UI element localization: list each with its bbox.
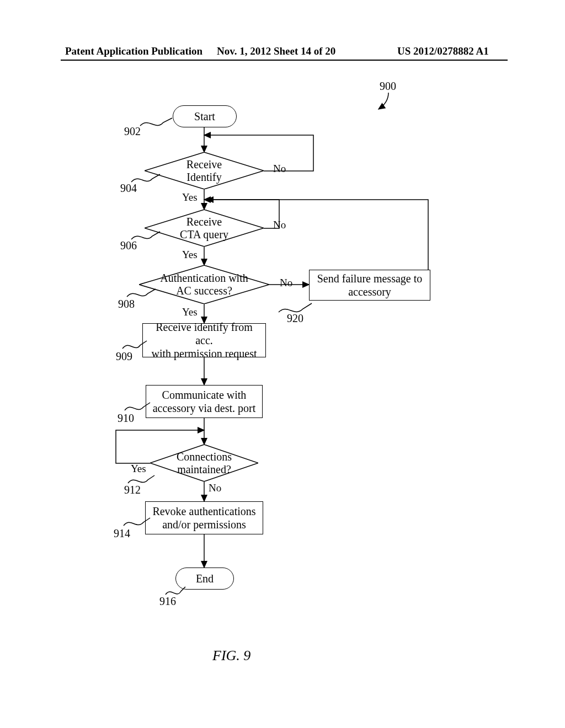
decision-908-label: Authentication with AC success? — [139, 265, 269, 304]
ref-914: 914 — [114, 527, 130, 540]
decision-906: Receive CTA query — [145, 210, 264, 247]
lead-902 — [139, 115, 174, 128]
ref-920: 920 — [287, 312, 303, 325]
ref-906: 906 — [120, 239, 137, 252]
figure-label: FIG. 9 — [212, 647, 250, 664]
edge-906-yes: Yes — [182, 249, 198, 261]
terminator-end-label: End — [196, 572, 214, 585]
process-920-label: Send failure message to accessory — [317, 272, 423, 298]
lead-914 — [122, 515, 152, 528]
process-914: Revoke authentications and/or permission… — [145, 501, 263, 534]
fig-callout-900: 900 — [380, 80, 396, 93]
lead-909 — [121, 338, 149, 351]
edge-912-no: No — [209, 482, 221, 494]
terminator-start: Start — [173, 105, 237, 127]
decision-904: Receive Identify — [145, 152, 264, 189]
edge-904-yes: Yes — [182, 191, 198, 204]
process-909-label: Receive identify from acc. with permissi… — [146, 320, 262, 360]
edge-908-no: No — [280, 277, 292, 289]
process-910-label: Communicate with accessory via dest. por… — [153, 388, 256, 415]
ref-912: 912 — [124, 484, 141, 496]
decision-912-label: Connections maintained? — [150, 445, 258, 481]
decision-906-label: Receive CTA query — [145, 210, 264, 247]
process-909: Receive identify from acc. with permissi… — [142, 323, 266, 357]
edge-904-no: No — [273, 163, 286, 175]
edge-908-yes: Yes — [182, 306, 198, 318]
process-910: Communicate with accessory via dest. por… — [146, 385, 263, 418]
decision-908: Authentication with AC success? — [139, 265, 269, 304]
decision-912: Connections maintained? — [150, 445, 258, 481]
ref-916: 916 — [159, 595, 176, 608]
edge-906-no: No — [273, 219, 286, 231]
lead-908 — [126, 286, 158, 299]
flowchart-wires — [0, 0, 565, 728]
ref-910: 910 — [118, 412, 134, 425]
ref-909: 909 — [116, 350, 132, 363]
terminator-start-label: Start — [194, 110, 215, 123]
lead-910 — [124, 399, 152, 413]
ref-908: 908 — [118, 298, 135, 311]
fig-callout-arrow — [375, 92, 403, 114]
decision-904-label: Receive Identify — [145, 152, 264, 189]
ref-904: 904 — [120, 182, 137, 195]
process-920: Send failure message to accessory — [309, 270, 430, 301]
process-914-label: Revoke authentications and/or permission… — [152, 505, 255, 531]
ref-902: 902 — [124, 125, 141, 138]
